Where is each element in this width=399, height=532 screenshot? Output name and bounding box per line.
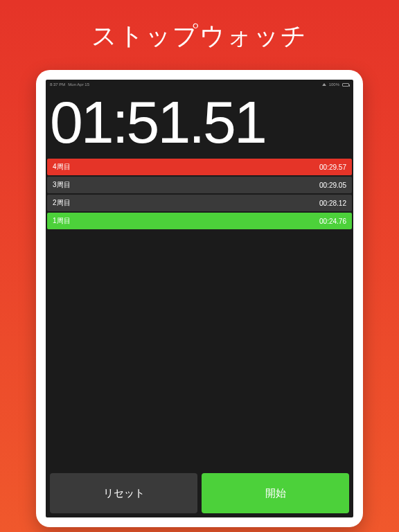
lap-time: 00:29.05 xyxy=(319,181,346,189)
status-time: 8:37 PM xyxy=(50,82,65,87)
status-bar: 8:37 PM Mon Apr 15 100% xyxy=(46,80,353,89)
lap-time: 00:28.12 xyxy=(319,200,346,207)
lap-row: 4周目 00:29.57 xyxy=(47,159,352,175)
lap-label: 2周目 xyxy=(53,198,71,208)
status-battery-pct: 100% xyxy=(329,82,339,87)
button-row: リセット 開始 xyxy=(46,469,353,517)
page-title: ストップウォッチ xyxy=(91,19,308,53)
lap-list: 4周目 00:29.57 3周目 00:29.05 2周目 00:28.12 1… xyxy=(46,159,353,229)
lap-label: 4周目 xyxy=(53,162,71,172)
lap-row: 1周目 00:24.76 xyxy=(47,213,352,229)
spacer xyxy=(46,229,353,469)
lap-label: 1周目 xyxy=(53,216,71,226)
status-date: Mon Apr 15 xyxy=(68,82,89,87)
battery-icon xyxy=(342,83,349,87)
wifi-icon xyxy=(322,83,326,86)
reset-button[interactable]: リセット xyxy=(50,473,197,513)
lap-label: 3周目 xyxy=(53,180,71,190)
lap-time: 00:29.57 xyxy=(319,163,346,171)
device-frame: 8:37 PM Mon Apr 15 100% 01:51.51 4周目 00:… xyxy=(36,70,363,527)
lap-time: 00:24.76 xyxy=(319,218,346,225)
lap-row: 3周目 00:29.05 xyxy=(47,177,352,193)
lap-row: 2周目 00:28.12 xyxy=(47,195,352,211)
app-screen: 8:37 PM Mon Apr 15 100% 01:51.51 4周目 00:… xyxy=(46,80,353,517)
stopwatch-time: 01:51.51 xyxy=(46,89,353,159)
start-button[interactable]: 開始 xyxy=(202,473,349,513)
